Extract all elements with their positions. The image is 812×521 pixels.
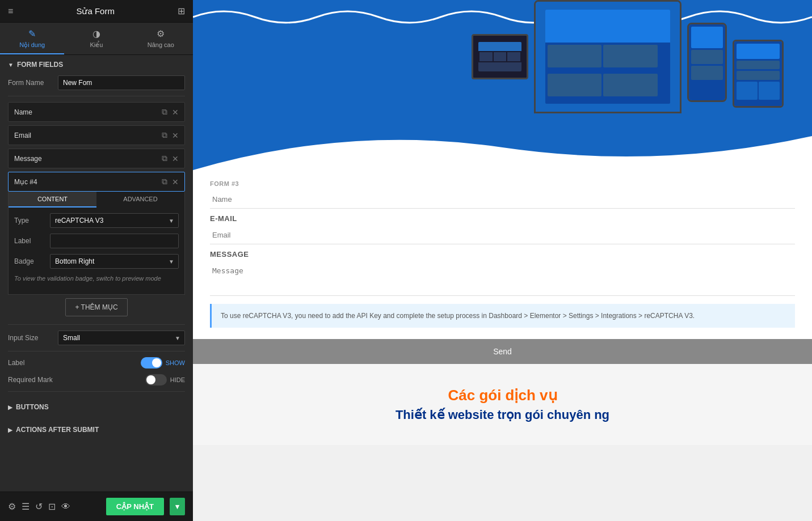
left-panel: ≡ Sửa Form ⊞ ✎ Nội dung ◑ Kiểu ⚙ Nâng ca… (0, 0, 193, 521)
settings-icon[interactable]: ⚙ (8, 501, 16, 512)
required-mark-text: HIDE (170, 376, 185, 383)
style-icon: ◑ (92, 28, 100, 39)
preview-message-label: Message (210, 250, 795, 259)
field-item-email[interactable]: Email ⧉ ✕ (8, 125, 185, 145)
right-content: Form #3 E-mail Message To use reCAPTCHA … (193, 0, 812, 521)
required-mark-toggle[interactable]: HIDE (145, 374, 185, 386)
panel-title: Sửa Form (76, 6, 115, 16)
field-muc4-actions: ⧉ ✕ (162, 177, 179, 187)
responsive-icon[interactable]: ⊡ (48, 501, 56, 512)
wave-bottom-svg (193, 125, 812, 170)
send-button[interactable]: Send (193, 339, 812, 364)
tab-content[interactable]: CONTENT (9, 192, 96, 207)
field-settings: Type reCAPTCHA V2 reCAPTCHA V3 ▼ Label (9, 207, 184, 294)
field-muc4-label: Mục #4 (14, 178, 162, 186)
required-mark-row: Required Mark HIDE (8, 374, 185, 386)
badge-hint: To view the validation badge, switch to … (14, 274, 179, 283)
field-name-actions: ⧉ ✕ (162, 107, 179, 117)
duplicate-message-btn[interactable]: ⧉ (162, 154, 167, 163)
field-email-actions: ⧉ ✕ (162, 130, 179, 140)
delete-name-btn[interactable]: ✕ (172, 108, 179, 117)
pencil-icon: ✎ (28, 28, 36, 39)
tab-kieu[interactable]: ◑ Kiểu (64, 23, 128, 54)
layers-icon[interactable]: ☰ (22, 501, 30, 512)
field-message-actions: ⧉ ✕ (162, 154, 179, 163)
panel-tabs: ✎ Nội dung ◑ Kiểu ⚙ Nâng cao (0, 23, 193, 55)
monitor-mockup (472, 34, 528, 79)
label-toggle-text: SHOW (166, 359, 185, 366)
form-name-input[interactable] (58, 75, 185, 90)
add-field-button[interactable]: + THÊM MỤC (65, 298, 127, 316)
field-message-label: Message (14, 155, 162, 163)
actions-section: ▶ Actions After Submit (8, 420, 185, 437)
preview-email-label: E-mail (210, 214, 795, 223)
gear-icon: ⚙ (157, 28, 165, 39)
label-field-label: Label (14, 237, 45, 245)
field-item-name[interactable]: Name ⧉ ✕ (8, 102, 185, 122)
services-subtitle: Thiết kế website trọn gói chuyên ng (210, 408, 795, 422)
tab-noi-dung[interactable]: ✎ Nội dung (0, 23, 64, 54)
preview-area: Form #3 E-mail Message To use reCAPTCHA … (193, 0, 812, 521)
tab-advanced[interactable]: ADVANCED (96, 192, 184, 207)
badge-select[interactable]: Inline Bottom Left Bottom Right (50, 254, 179, 269)
form-section: Form #3 E-mail Message To use reCAPTCHA … (193, 169, 812, 339)
field-name-label: Name (14, 108, 162, 116)
type-select-wrapper: reCAPTCHA V2 reCAPTCHA V3 ▼ (50, 213, 179, 228)
field-item-muc4[interactable]: Mục #4 ⧉ ✕ (8, 172, 185, 192)
delete-muc4-btn[interactable]: ✕ (172, 177, 179, 187)
label-toggle-switch[interactable] (141, 357, 162, 368)
services-title: Các gói dịch vụ (210, 387, 795, 404)
panel-content: ▼ Form Fields Form Name Name ⧉ ✕ Email ⧉… (0, 55, 193, 492)
label-toggle[interactable]: SHOW (141, 357, 185, 368)
delete-message-btn[interactable]: ✕ (172, 154, 179, 163)
type-select[interactable]: reCAPTCHA V2 reCAPTCHA V3 (50, 213, 179, 228)
update-button[interactable]: CẬP NHẬT (106, 498, 164, 515)
input-size-label: Input Size (8, 334, 53, 342)
form-fields-section-header[interactable]: ▼ Form Fields (8, 61, 185, 69)
bottom-toolbar: ⚙ ☰ ↺ ⊡ 👁 CẬP NHẬT ▾ (0, 492, 193, 521)
buttons-header[interactable]: ▶ Buttons (8, 397, 185, 414)
recaptcha-info-banner: To use reCAPTCHA V3, you need to add the… (210, 304, 795, 328)
chevron-right-icon-2: ▶ (8, 427, 12, 433)
label-toggle-row: Label SHOW (8, 357, 185, 368)
buttons-section: ▶ Buttons (8, 397, 185, 414)
delete-email-btn[interactable]: ✕ (172, 131, 179, 140)
history-icon[interactable]: ↺ (35, 501, 43, 512)
chevron-right-icon: ▶ (8, 404, 12, 410)
label-row: Label (14, 234, 179, 248)
hero-section (193, 0, 812, 170)
grid-icon[interactable]: ⊞ (178, 6, 185, 16)
services-section: Các gói dịch vụ Thiết kế website trọn gó… (193, 364, 812, 445)
panel-header: ≡ Sửa Form ⊞ (0, 0, 193, 23)
form-name-row: Form Name (8, 75, 185, 90)
badge-row: Badge Inline Bottom Left Bottom Right ▼ (14, 254, 179, 269)
badge-label: Badge (14, 257, 45, 265)
required-mark-label: Required Mark (8, 376, 145, 384)
preview-email-input[interactable] (210, 226, 795, 244)
input-size-row: Input Size Small Medium Large ▼ (8, 331, 185, 345)
field-expanded: CONTENT ADVANCED Type reCAPTCHA V2 reCAP… (8, 192, 185, 295)
form-name-label: Form Name (8, 79, 53, 87)
required-mark-switch[interactable] (145, 374, 167, 386)
duplicate-name-btn[interactable]: ⧉ (162, 107, 167, 117)
field-email-label: Email (14, 132, 162, 139)
laptop-mockup (534, 0, 681, 113)
badge-select-wrapper: Inline Bottom Left Bottom Right ▼ (50, 254, 179, 269)
hamburger-icon[interactable]: ≡ (8, 6, 13, 16)
form-section-label: Form #3 (210, 180, 795, 187)
tab-nang-cao[interactable]: ⚙ Nâng cao (129, 23, 193, 54)
actions-header[interactable]: ▶ Actions After Submit (8, 420, 185, 437)
device-mockups (472, 0, 784, 113)
preview-name-input[interactable] (210, 190, 795, 209)
update-dropdown-button[interactable]: ▾ (170, 498, 185, 515)
phone-mockup (687, 23, 727, 102)
duplicate-email-btn[interactable]: ⧉ (162, 130, 167, 140)
label-toggle-label: Label (8, 359, 141, 367)
duplicate-muc4-btn[interactable]: ⧉ (162, 177, 167, 187)
preview-icon[interactable]: 👁 (61, 502, 70, 512)
field-item-message[interactable]: Message ⧉ ✕ (8, 149, 185, 168)
input-size-select[interactable]: Small Medium Large (58, 331, 185, 345)
label-input[interactable] (50, 234, 179, 248)
preview-message-textarea[interactable] (210, 262, 795, 296)
input-size-wrapper: Small Medium Large ▼ (58, 331, 185, 345)
